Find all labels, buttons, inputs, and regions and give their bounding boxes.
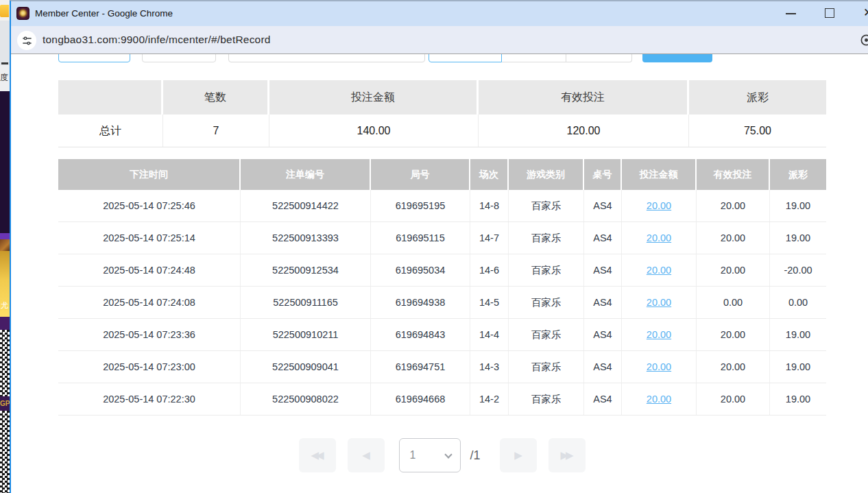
table-no-cell: AS4 — [584, 190, 622, 221]
table-no-cell: AS4 — [584, 351, 622, 383]
payout-cell: 19.00 — [770, 319, 826, 350]
summary-header-count: 笔数 — [163, 80, 269, 115]
summary-total-row: 总计 7 140.00 120.00 75.00 — [58, 115, 826, 147]
bet-time-cell: 2025-05-14 07:23:00 — [58, 351, 241, 383]
game-type-cell: 百家乐 — [509, 222, 584, 254]
pagination-next-button[interactable]: ▶ — [500, 438, 537, 472]
bet-header-valid: 有效投注 — [697, 159, 770, 190]
bet-id-cell: 522500913393 — [241, 222, 371, 254]
tune-icon — [21, 35, 33, 47]
round-id-cell: 619694843 — [371, 319, 470, 350]
table-row: 2025-05-14 07:25:14 522500913393 6196951… — [58, 222, 826, 254]
table-row: 2025-05-14 07:23:00 522500909041 6196947… — [58, 351, 826, 383]
target-icon[interactable] — [860, 34, 868, 49]
bet-amount-cell: 20.00 — [622, 351, 697, 383]
table-no-cell: AS4 — [584, 254, 622, 286]
background-gold-banner: 尤 — [0, 251, 10, 317]
bet-amount-link[interactable]: 20.00 — [647, 232, 671, 243]
game-type-cell: 百家乐 — [509, 190, 584, 221]
bet-amount-link[interactable]: 20.00 — [647, 265, 671, 276]
pagination-first-button[interactable]: ◀◀ — [299, 438, 336, 472]
summary-table: 笔数 投注金额 有效投注 派彩 总计 7 140.00 120.00 75.00 — [58, 80, 826, 147]
toolbar-segment-3[interactable] — [566, 54, 632, 62]
bet-amount-link[interactable]: 20.00 — [647, 200, 671, 211]
bet-amount-cell: 20.00 — [622, 254, 697, 286]
bet-time-cell: 2025-05-14 07:22:30 — [58, 383, 241, 415]
summary-header-payout: 派彩 — [689, 80, 826, 115]
game-type-cell: 百家乐 — [509, 383, 584, 415]
table-no-cell: AS4 — [584, 287, 622, 318]
bet-amount-link[interactable]: 20.00 — [647, 329, 671, 340]
round-id-cell: 619694751 — [371, 351, 470, 383]
session-cell: 14-8 — [470, 190, 509, 221]
pagination-last-button[interactable]: ▶▶ — [548, 438, 586, 472]
summary-total-payout: 75.00 — [689, 115, 826, 147]
table-row: 2025-05-14 07:24:08 522500911165 6196949… — [58, 287, 826, 319]
qr-code-graphic — [0, 330, 10, 396]
game-type-cell: 百家乐 — [509, 287, 584, 318]
toolbar-input[interactable] — [228, 54, 425, 62]
window-title: Member Center - Google Chrome — [35, 1, 173, 26]
bet-id-cell: 522500911165 — [241, 287, 371, 318]
bet-header-game-type: 游戏类别 — [509, 159, 584, 190]
pagination-current-page: 1 — [409, 439, 415, 472]
summary-total-bet-amount: 140.00 — [269, 115, 479, 147]
bet-amount-cell: 20.00 — [622, 222, 697, 254]
payout-cell: -20.00 — [770, 254, 826, 286]
site-settings-icon[interactable] — [17, 31, 36, 50]
toolbar-button-left[interactable] — [58, 54, 130, 62]
site-favicon-icon — [16, 7, 29, 20]
table-row: 2025-05-14 07:25:46 522500914422 6196951… — [58, 190, 826, 222]
bet-amount-link[interactable]: 20.00 — [647, 394, 671, 405]
session-cell: 14-4 — [470, 319, 509, 350]
maximize-button[interactable] — [825, 8, 834, 18]
session-cell: 14-2 — [470, 383, 509, 415]
summary-header-blank — [58, 80, 163, 115]
bet-time-cell: 2025-05-14 07:25:46 — [58, 190, 241, 221]
bet-header-amount: 投注金额 — [622, 159, 697, 190]
payout-cell: 19.00 — [770, 351, 826, 383]
bet-amount-link[interactable]: 20.00 — [647, 297, 671, 308]
background-dark-banner — [0, 91, 10, 233]
pagination-total-pages: /1 — [470, 448, 480, 463]
summary-total-count: 7 — [163, 115, 269, 147]
round-id-cell: 619694938 — [371, 287, 470, 318]
banner-character: 尤 — [1, 300, 8, 311]
url-text[interactable]: tongbao31.com:9900/infe/mcenter/#/betRec… — [43, 26, 271, 53]
bet-time-cell: 2025-05-14 07:24:08 — [58, 287, 241, 318]
bet-header-session: 场次 — [470, 159, 509, 190]
valid-bet-cell: 0.00 — [697, 287, 770, 318]
game-type-cell: 百家乐 — [509, 351, 584, 383]
round-id-cell: 619694668 — [371, 383, 470, 415]
bet-id-cell: 522500909041 — [241, 351, 371, 383]
summary-table-header: 笔数 投注金额 有效投注 派彩 — [58, 80, 826, 115]
close-button[interactable]: ✕ — [863, 5, 868, 20]
background-purple-band — [0, 233, 10, 239]
toolbar-search-button[interactable] — [642, 54, 712, 62]
summary-total-label: 总计 — [58, 115, 163, 147]
bet-amount-link[interactable]: 20.00 — [647, 361, 671, 372]
pagination-page-select[interactable]: 1 — [399, 438, 461, 472]
background-banner-graphic — [0, 239, 10, 251]
game-type-cell: 百家乐 — [509, 319, 584, 350]
background-gray-area — [0, 21, 10, 65]
toolbar-segment-2[interactable] — [502, 54, 567, 62]
table-row: 2025-05-14 07:23:36 522500910211 6196948… — [58, 319, 826, 351]
toolbar-button-right[interactable] — [142, 54, 216, 62]
bet-id-cell: 522500914422 — [241, 190, 371, 221]
window-titlebar: Member Center - Google Chrome ✕ — [11, 1, 868, 26]
toolbar-segment-active[interactable] — [429, 54, 502, 62]
bet-amount-cell: 20.00 — [622, 319, 697, 350]
browser-address-bar[interactable]: tongbao31.com:9900/infe/mcenter/#/betRec… — [11, 26, 868, 54]
table-row: 2025-05-14 07:24:48 522500912534 6196950… — [58, 254, 826, 287]
bet-amount-cell: 20.00 — [622, 383, 697, 415]
minimize-button[interactable] — [786, 13, 796, 14]
pagination-prev-button[interactable]: ◀ — [348, 438, 385, 472]
bet-time-cell: 2025-05-14 07:25:14 — [58, 222, 241, 254]
qr-code-graphic-2 — [0, 411, 10, 493]
pagination: ◀◀ ◀ 1 /1 ▶ ▶▶ — [58, 438, 826, 472]
folder-icon — [0, 5, 9, 17]
summary-header-valid-bet: 有效投注 — [479, 80, 689, 115]
background-purple-area — [0, 317, 10, 330]
bet-table-rows: 2025-05-14 07:25:46 522500914422 6196951… — [58, 190, 826, 416]
